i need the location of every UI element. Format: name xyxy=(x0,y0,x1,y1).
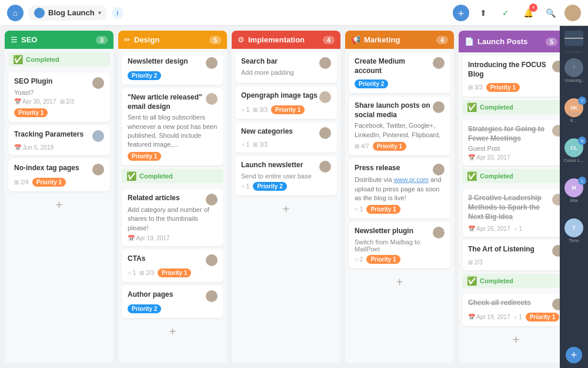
priority-badge: Priority 1 xyxy=(271,105,305,114)
card-newsletter-plugin[interactable]: Newsletter plugin Switch from Mailbag to… xyxy=(349,222,450,268)
column-launch-header: 📄 Launch Posts 5 + xyxy=(459,31,560,52)
home-button[interactable]: ⌂ xyxy=(7,5,24,21)
sidebar-panel-button[interactable] xyxy=(564,31,583,46)
subtask-meta: ○ 2 xyxy=(355,256,363,263)
card-meta: ⊞ 2/4 Priority 1 xyxy=(14,178,66,187)
card-title: Newsletter plugin xyxy=(355,227,413,236)
card-subtitle: Switch from Mailbag to MailPoet xyxy=(355,238,445,253)
marketing-add-card[interactable]: + xyxy=(349,272,450,293)
subtask-meta: ⊞ 3/3 xyxy=(468,84,483,91)
priority-badge: Priority 1 xyxy=(486,83,520,92)
share-button[interactable]: ⬆ xyxy=(475,5,492,21)
card-meta: 📅 Jun 5, 2019 xyxy=(14,144,54,151)
card-avatar xyxy=(319,127,331,139)
impl-add-card[interactable]: + xyxy=(235,199,337,220)
design-icon: ✏ xyxy=(124,35,131,44)
priority-badge: Priority 1 xyxy=(32,178,66,187)
subtask-meta: ○ 1 xyxy=(514,314,522,320)
check-circle-icon: ✅ xyxy=(13,55,23,64)
subtask-meta: ○ 1 xyxy=(241,141,249,148)
card-seo-plugin[interactable]: SEO Plugin Yoast? 📅 Apr 30, 2017 ⊞ 2/3 P… xyxy=(8,72,110,122)
card-press-release[interactable]: Press release Distribute via www.pr.com … xyxy=(349,159,450,218)
card-new-categories[interactable]: New categories ○ 1 ⊞ 3/3 xyxy=(235,122,337,152)
card-title: Opengraph image tags xyxy=(241,91,318,101)
card-medium-account[interactable]: Create Medium account Priority 2 xyxy=(349,52,450,93)
project-selector[interactable]: Blog Launch ▾ xyxy=(28,5,107,21)
card-social-media[interactable]: Share launch posts on social media Faceb… xyxy=(349,97,450,155)
design-add-card[interactable]: + xyxy=(122,321,223,342)
launch-add-card[interactable]: + xyxy=(462,330,560,350)
column-implementation: ⚙ Implementation 4 Search bar Add more p… xyxy=(232,31,340,363)
card-email-design[interactable]: "New article released" email design Sent… xyxy=(122,88,223,165)
card-title: Press release xyxy=(355,164,400,173)
notification-button[interactable]: 🔔 4 xyxy=(520,5,536,21)
card-desc: Facebook, Twitter, Google+, LinkedIn, Pi… xyxy=(355,121,445,140)
search-button[interactable]: 🔍 xyxy=(542,5,559,21)
card-avatar xyxy=(319,57,331,69)
card-focus-blog[interactable]: Introducing the FOCUS Blog ⊞ 3/3 Priorit… xyxy=(462,56,560,97)
susan-count-badge: 7 xyxy=(578,97,586,105)
columns-container: ☰ SEO 3 ✅ Completed SEO Plugin xyxy=(0,26,560,368)
card-meta: ○ 1 Priority 2 xyxy=(241,182,287,191)
card-avatar xyxy=(552,245,560,257)
card-fewer-meetings[interactable]: Strategies for Going to Fewer Meetings G… xyxy=(462,120,560,165)
card-avatar xyxy=(92,77,104,89)
seo-cards: ✅ Completed SEO Plugin Yoast? 📅 Apr 30, … xyxy=(5,49,113,363)
card-title: Check all redirects xyxy=(468,299,531,308)
card-avatar xyxy=(319,91,331,103)
sidebar-divider xyxy=(566,52,582,52)
sidebar-user-timo[interactable]: T Timo xyxy=(564,218,583,237)
sidebar-add-user-button[interactable]: + xyxy=(566,347,582,363)
check-circle-icon: ✅ xyxy=(467,276,477,286)
date-meta: 📅 Apr 19, 2017 xyxy=(468,314,510,320)
check-button[interactable]: ✓ xyxy=(497,5,514,21)
column-marketing: 📢 Marketing 4 Create Medium account xyxy=(345,31,454,363)
col-header-left: ⚙ Implementation xyxy=(238,35,305,44)
add-button[interactable]: ＋ xyxy=(453,5,469,21)
unassigned-name: Unassig... xyxy=(564,78,586,83)
check-circle-icon: ✅ xyxy=(467,102,477,112)
right-sidebar: ? Unassig... SK 7 Susan K... CL 8 Conor … xyxy=(560,26,588,368)
timo-initials: T xyxy=(572,225,576,231)
card-leadership[interactable]: 3 Creative Leadership Methods to Spark t… xyxy=(462,189,560,237)
card-tracking-params[interactable]: Tracking Parameters 📅 Jun 5, 2019 xyxy=(8,125,110,155)
column-launch: 📄 Launch Posts 5 + Introducing the FOCUS… xyxy=(459,31,560,363)
card-title: 3 Creative Leadership Methods to Spark t… xyxy=(468,194,552,221)
sidebar-user-mia[interactable]: M 1 Mia xyxy=(564,178,583,197)
card-newsletter-design[interactable]: Newsletter design Priority 2 xyxy=(122,52,223,85)
sidebar-user-susan[interactable]: SK 7 Susan K... xyxy=(564,98,583,117)
seo-icon: ☰ xyxy=(11,35,18,44)
card-ctas[interactable]: CTAs ○ 1 ⊞ 2/3 Priority 1 xyxy=(122,250,223,282)
subtask-meta: ⊞ 2/3 xyxy=(60,98,75,105)
card-avatar xyxy=(206,290,218,302)
col-header-left: 📄 Launch Posts xyxy=(465,37,527,46)
mia-initials: M xyxy=(572,185,576,191)
card-launch-newsletter[interactable]: Launch newsletter Send to entire user ba… xyxy=(235,156,337,195)
card-noindex[interactable]: No-index tag pages ⊞ 2/4 Priority 1 xyxy=(8,159,110,191)
column-seo: ☰ SEO 3 ✅ Completed SEO Plugin xyxy=(5,31,113,363)
card-subtitle: Guest Post xyxy=(468,145,560,152)
design-column-title: Design xyxy=(134,35,159,44)
sidebar-user-unassigned[interactable]: ? Unassig... xyxy=(564,58,583,77)
card-meta-row: Priority 2 xyxy=(355,79,445,88)
card-author-pages[interactable]: Author pages Priority 2 xyxy=(122,286,223,318)
card-search-bar[interactable]: Search bar Add more padding xyxy=(235,52,337,83)
launch-count: 5 xyxy=(546,38,557,46)
impl-cards: Search bar Add more padding Opengraph im… xyxy=(232,49,340,363)
card-check-redirects[interactable]: Check all redirects 📅 Apr 19, 2017 ○ 1 P… xyxy=(462,294,560,326)
column-impl-header: ⚙ Implementation 4 xyxy=(232,31,340,49)
card-avatar xyxy=(552,61,560,72)
seo-add-card[interactable]: + xyxy=(8,195,110,216)
info-button[interactable]: i xyxy=(112,7,123,19)
card-meta-row: ○ 2 Priority 1 xyxy=(355,255,445,264)
card-art-of-listening[interactable]: The Art of Listening ⊞ 2/3 xyxy=(462,240,560,270)
card-opengraph[interactable]: Opengraph image tags ○ 1 ⊞ 3/3 Priority … xyxy=(235,87,337,119)
seo-completed-header: ✅ Completed xyxy=(8,52,110,67)
user-avatar[interactable] xyxy=(564,5,581,21)
card-related-articles[interactable]: Related articles Add category and number… xyxy=(122,189,223,246)
launch-column-title: Launch Posts xyxy=(477,37,527,46)
subtask-meta2: ⊞ 3/3 xyxy=(253,107,268,113)
sidebar-user-conor[interactable]: CL 8 Conor L... xyxy=(564,138,583,157)
check-circle-icon: ✅ xyxy=(467,171,477,181)
card-avatar xyxy=(433,101,445,113)
